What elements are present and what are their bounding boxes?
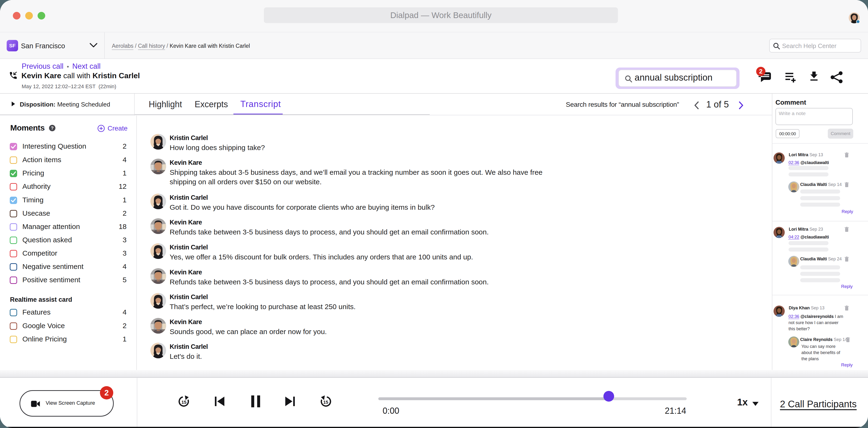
svg-text:15: 15 [181,400,187,405]
svg-text:15: 15 [323,400,328,405]
